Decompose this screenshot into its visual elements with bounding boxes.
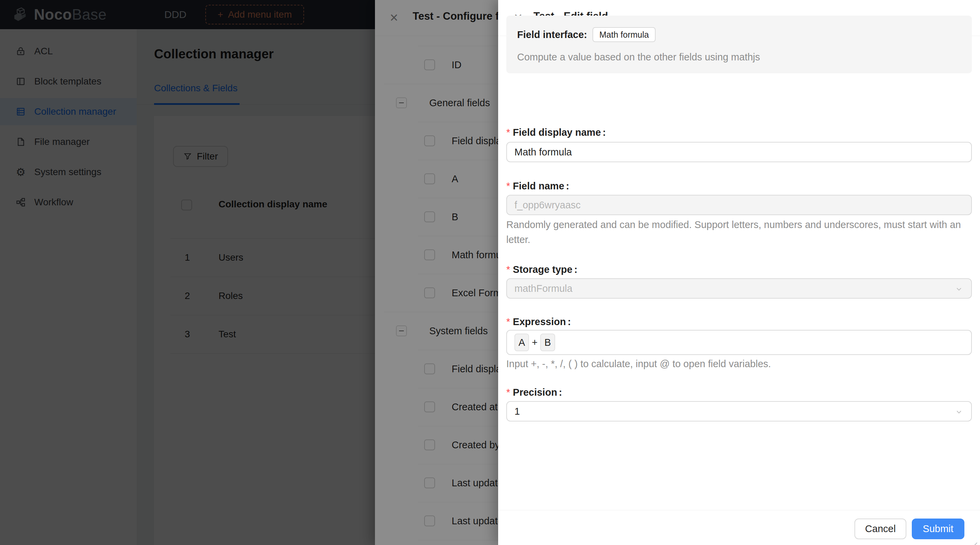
resize-handle[interactable] <box>966 532 978 543</box>
edit-field-drawer-footer: Cancel Submit <box>498 510 980 545</box>
precision-label: Precision <box>506 387 562 398</box>
field-display-name-value: Math formula <box>514 147 572 158</box>
expression-token-b[interactable]: B <box>540 333 555 351</box>
field-name-help-text: Randomly generated and can be modified. … <box>506 217 972 247</box>
precision-value: 1 <box>514 406 520 417</box>
edit-field-drawer: × Test - Edit field Field interface: Mat… <box>498 0 980 545</box>
expression-token-a[interactable]: A <box>514 333 529 351</box>
chevron-down-icon <box>955 284 963 293</box>
storage-type-select[interactable]: mathFormula <box>506 278 972 299</box>
field-name-value: f_opp6wryaasc <box>514 199 581 211</box>
field-name-label: Field name <box>506 180 569 192</box>
field-display-name-input[interactable]: Math formula <box>506 142 972 162</box>
field-interface-label: Field interface: <box>517 29 587 40</box>
field-display-name-label: Field display name <box>506 127 606 138</box>
field-interface-tag: Math formula <box>592 27 655 42</box>
field-interface-description: Compute a value based on the other field… <box>517 52 760 63</box>
field-name-input[interactable]: f_opp6wryaasc <box>506 195 972 215</box>
cancel-button[interactable]: Cancel <box>854 518 906 539</box>
precision-select[interactable]: 1 <box>506 401 972 421</box>
field-interface-info-box: Field interface: Math formula Compute a … <box>506 16 972 73</box>
submit-button[interactable]: Submit <box>912 518 964 539</box>
expression-label: Expression <box>506 316 571 327</box>
expression-operator: + <box>532 337 538 348</box>
expression-help-text: Input +, -, *, /, ( ) to calculate, inpu… <box>506 356 972 371</box>
chevron-down-icon <box>955 407 963 415</box>
expression-input[interactable]: A + B <box>506 330 972 355</box>
storage-type-label: Storage type <box>506 264 578 275</box>
storage-type-value: mathFormula <box>514 283 573 294</box>
